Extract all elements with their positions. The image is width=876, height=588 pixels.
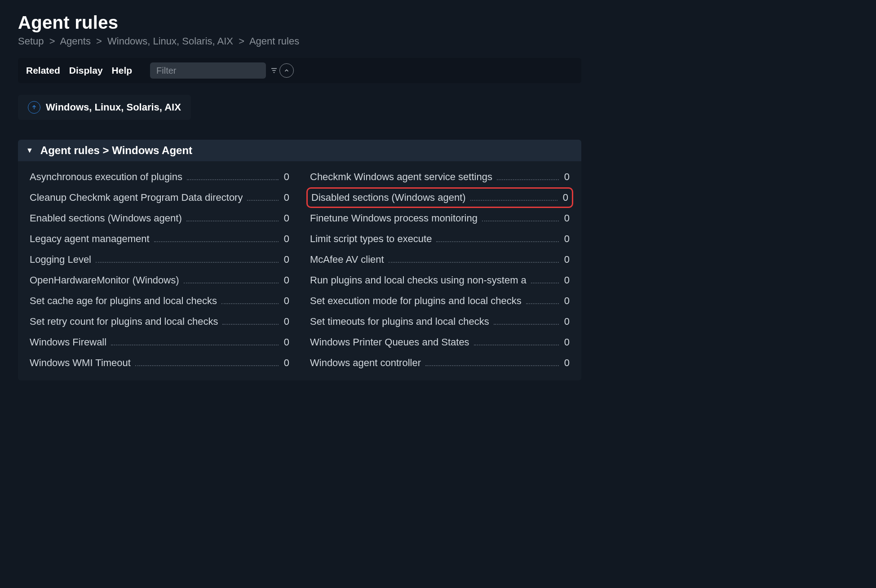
collapse-all-button[interactable] bbox=[279, 63, 294, 78]
rule-count: 0 bbox=[283, 316, 289, 327]
dots-leader bbox=[497, 179, 559, 180]
chevron-up-icon bbox=[283, 67, 290, 74]
rule-label: Run plugins and local checks using non-s… bbox=[310, 274, 526, 286]
display-menu[interactable]: Display bbox=[69, 65, 103, 76]
dots-leader bbox=[526, 303, 559, 304]
rule-row[interactable]: Finetune Windows process monitoring0 bbox=[306, 208, 573, 229]
related-menu[interactable]: Related bbox=[26, 65, 60, 76]
rule-count: 0 bbox=[283, 212, 289, 224]
rule-count: 0 bbox=[283, 274, 289, 286]
rule-count: 0 bbox=[563, 295, 570, 307]
rule-label: Cleanup Checkmk agent Program Data direc… bbox=[30, 192, 243, 203]
breadcrumb-item[interactable]: Agents bbox=[60, 35, 91, 47]
rule-count: 0 bbox=[563, 357, 570, 369]
dots-leader bbox=[111, 345, 279, 345]
rule-row[interactable]: Enabled sections (Windows agent)0 bbox=[26, 208, 293, 229]
filter-input[interactable] bbox=[156, 66, 270, 76]
dots-leader bbox=[425, 365, 559, 366]
rule-count: 0 bbox=[283, 192, 289, 203]
rule-row[interactable]: Windows agent controller0 bbox=[306, 353, 573, 373]
rule-label: Checkmk Windows agent service settings bbox=[310, 171, 492, 183]
rule-row[interactable]: Set retry count for plugins and local ch… bbox=[26, 311, 293, 332]
rule-row[interactable]: Asynchronous execution of plugins0 bbox=[26, 167, 293, 187]
toolbar: Related Display Help bbox=[18, 58, 581, 83]
rule-row[interactable]: Legacy agent management0 bbox=[26, 229, 293, 249]
dots-leader bbox=[184, 283, 279, 283]
rule-count: 0 bbox=[562, 192, 568, 203]
rule-label: Windows agent controller bbox=[310, 357, 421, 369]
up-arrow-circle-icon bbox=[28, 101, 40, 114]
rule-count: 0 bbox=[563, 212, 570, 224]
rule-count: 0 bbox=[563, 336, 570, 348]
rule-label: Enabled sections (Windows agent) bbox=[30, 212, 182, 224]
rule-count: 0 bbox=[283, 357, 289, 369]
rule-row[interactable]: Windows Printer Queues and States0 bbox=[306, 332, 573, 353]
dots-leader bbox=[474, 345, 559, 345]
dots-leader bbox=[494, 324, 559, 325]
rule-label: Set timeouts for plugins and local check… bbox=[310, 316, 489, 327]
filter-box[interactable] bbox=[150, 62, 266, 79]
triangle-down-icon: ▼ bbox=[26, 146, 33, 155]
rule-row[interactable]: OpenHardwareMonitor (Windows)0 bbox=[26, 270, 293, 291]
rule-count: 0 bbox=[283, 336, 289, 348]
rule-label: Windows Firewall bbox=[30, 336, 106, 348]
context-chip-label: Windows, Linux, Solaris, AIX bbox=[46, 102, 181, 113]
context-chip[interactable]: Windows, Linux, Solaris, AIX bbox=[18, 95, 191, 120]
rule-row[interactable]: Set timeouts for plugins and local check… bbox=[306, 311, 573, 332]
breadcrumb-sep: > bbox=[49, 35, 55, 47]
rule-label: Asynchronous execution of plugins bbox=[30, 171, 182, 183]
breadcrumb-item[interactable]: Agent rules bbox=[249, 35, 299, 47]
filter-icon bbox=[270, 66, 278, 75]
rule-row[interactable]: Set cache age for plugins and local chec… bbox=[26, 291, 293, 311]
page-title: Agent rules bbox=[18, 13, 581, 33]
rule-label: Disabled sections (Windows agent) bbox=[311, 192, 466, 203]
rule-row[interactable]: Checkmk Windows agent service settings0 bbox=[306, 167, 573, 187]
rule-row[interactable]: Logging Level0 bbox=[26, 249, 293, 270]
rule-label: OpenHardwareMonitor (Windows) bbox=[30, 274, 179, 286]
rule-row[interactable]: Windows Firewall0 bbox=[26, 332, 293, 353]
rule-row[interactable]: Windows WMI Timeout0 bbox=[26, 353, 293, 373]
breadcrumb-sep: > bbox=[239, 35, 244, 47]
rule-label: Legacy agent management bbox=[30, 233, 150, 245]
breadcrumb: Setup > Agents > Windows, Linux, Solaris… bbox=[18, 35, 581, 47]
rule-label: Finetune Windows process monitoring bbox=[310, 212, 478, 224]
dots-leader bbox=[154, 241, 279, 242]
rule-row[interactable]: McAfee AV client0 bbox=[306, 249, 573, 270]
rule-count: 0 bbox=[563, 316, 570, 327]
dots-leader bbox=[96, 262, 279, 263]
breadcrumb-sep: > bbox=[96, 35, 102, 47]
dots-leader bbox=[186, 221, 279, 221]
breadcrumb-item[interactable]: Setup bbox=[18, 35, 44, 47]
breadcrumb-item[interactable]: Windows, Linux, Solaris, AIX bbox=[107, 35, 233, 47]
rule-count: 0 bbox=[283, 171, 289, 183]
section-title: Agent rules > Windows Agent bbox=[40, 144, 192, 157]
dots-leader bbox=[222, 324, 279, 325]
rule-count: 0 bbox=[563, 233, 570, 245]
dots-leader bbox=[187, 179, 279, 180]
rule-label: Set retry count for plugins and local ch… bbox=[30, 316, 218, 327]
rule-count: 0 bbox=[563, 171, 570, 183]
rule-label: Windows Printer Queues and States bbox=[310, 336, 469, 348]
rule-row[interactable]: Cleanup Checkmk agent Program Data direc… bbox=[26, 187, 293, 208]
rule-label: Set cache age for plugins and local chec… bbox=[30, 295, 217, 307]
rule-label: Set execution mode for plugins and local… bbox=[310, 295, 522, 307]
rule-row[interactable]: Limit script types to execute0 bbox=[306, 229, 573, 249]
help-menu[interactable]: Help bbox=[112, 65, 133, 76]
rule-count: 0 bbox=[283, 295, 289, 307]
section-header[interactable]: ▼ Agent rules > Windows Agent bbox=[18, 140, 581, 161]
rule-count: 0 bbox=[563, 274, 570, 286]
rule-count: 0 bbox=[563, 254, 570, 265]
rule-row[interactable]: Set execution mode for plugins and local… bbox=[306, 291, 573, 311]
dots-leader bbox=[470, 200, 557, 201]
dots-leader bbox=[389, 262, 559, 263]
rule-label: McAfee AV client bbox=[310, 254, 384, 265]
rule-label: Windows WMI Timeout bbox=[30, 357, 131, 369]
rules-section: ▼ Agent rules > Windows Agent Asynchrono… bbox=[18, 140, 581, 380]
rule-count: 0 bbox=[283, 233, 289, 245]
dots-leader bbox=[436, 241, 559, 242]
rule-row[interactable]: Disabled sections (Windows agent)0 bbox=[306, 187, 573, 208]
dots-leader bbox=[482, 221, 559, 221]
rule-row[interactable]: Run plugins and local checks using non-s… bbox=[306, 270, 573, 291]
rule-label: Limit script types to execute bbox=[310, 233, 432, 245]
rule-count: 0 bbox=[283, 254, 289, 265]
